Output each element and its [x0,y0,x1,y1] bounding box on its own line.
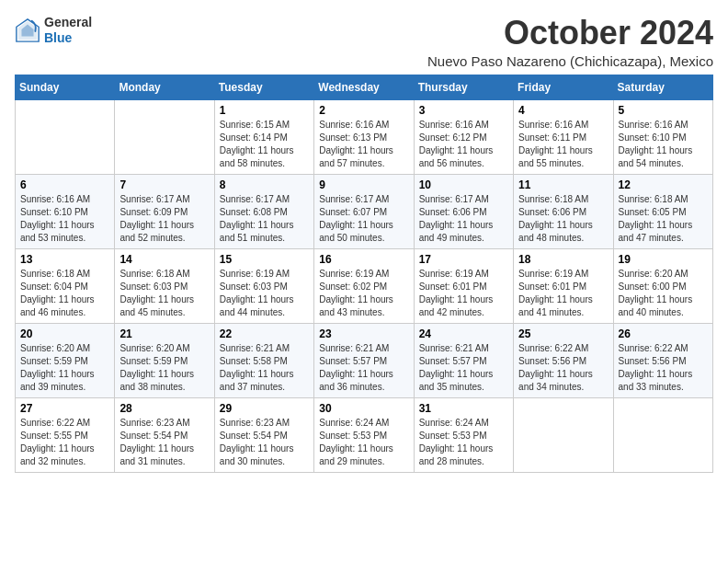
title-area: October 2024 Nuevo Paso Nazareno (Chichi… [427,15,713,69]
table-row: 9Sunrise: 6:17 AM Sunset: 6:07 PM Daylig… [314,174,414,248]
day-info: Sunrise: 6:16 AM Sunset: 6:10 PM Dayligh… [20,193,109,245]
table-row: 27Sunrise: 6:22 AM Sunset: 5:55 PM Dayli… [16,397,115,472]
page-header: General Blue October 2024 Nuevo Paso Naz… [15,15,713,69]
day-info: Sunrise: 6:17 AM Sunset: 6:07 PM Dayligh… [319,193,408,245]
col-tuesday: Tuesday [214,75,313,99]
table-row: 17Sunrise: 6:19 AM Sunset: 6:01 PM Dayli… [414,248,513,323]
day-number: 15 [220,253,309,266]
day-info: Sunrise: 6:19 AM Sunset: 6:02 PM Dayligh… [319,268,408,319]
day-info: Sunrise: 6:23 AM Sunset: 5:54 PM Dayligh… [119,417,209,468]
day-number: 28 [119,402,209,415]
logo: General Blue [15,15,92,46]
day-number: 14 [119,253,209,266]
month-title: October 2024 [427,15,713,52]
col-sunday: Sunday [16,75,115,99]
calendar-header-row: Sunday Monday Tuesday Wednesday Thursday… [16,75,713,99]
calendar-week-row: 6Sunrise: 6:16 AM Sunset: 6:10 PM Daylig… [16,174,713,248]
day-info: Sunrise: 6:20 AM Sunset: 5:59 PM Dayligh… [20,342,109,394]
table-row: 22Sunrise: 6:21 AM Sunset: 5:58 PM Dayli… [214,323,313,397]
location-title: Nuevo Paso Nazareno (Chichicazapa), Mexi… [427,53,713,69]
day-info: Sunrise: 6:21 AM Sunset: 5:57 PM Dayligh… [419,342,508,394]
table-row [613,397,712,472]
col-saturday: Saturday [613,75,712,99]
table-row: 2Sunrise: 6:16 AM Sunset: 6:13 PM Daylig… [314,99,414,174]
day-info: Sunrise: 6:24 AM Sunset: 5:53 PM Dayligh… [319,417,408,468]
day-info: Sunrise: 6:17 AM Sunset: 6:08 PM Dayligh… [220,193,309,245]
day-info: Sunrise: 6:16 AM Sunset: 6:10 PM Dayligh… [619,119,708,170]
day-number: 12 [619,178,708,191]
table-row: 7Sunrise: 6:17 AM Sunset: 6:09 PM Daylig… [115,174,214,248]
table-row [16,99,115,174]
table-row: 13Sunrise: 6:18 AM Sunset: 6:04 PM Dayli… [16,248,115,323]
table-row: 28Sunrise: 6:23 AM Sunset: 5:54 PM Dayli… [115,397,214,472]
day-number: 24 [419,327,508,340]
table-row: 14Sunrise: 6:18 AM Sunset: 6:03 PM Dayli… [115,248,214,323]
day-number: 21 [119,327,209,340]
table-row: 20Sunrise: 6:20 AM Sunset: 5:59 PM Dayli… [16,323,115,397]
day-info: Sunrise: 6:22 AM Sunset: 5:56 PM Dayligh… [619,342,708,394]
day-info: Sunrise: 6:21 AM Sunset: 5:57 PM Dayligh… [319,342,408,394]
day-info: Sunrise: 6:16 AM Sunset: 6:12 PM Dayligh… [419,119,508,170]
day-number: 7 [119,178,209,191]
day-number: 30 [319,402,408,415]
calendar-week-row: 13Sunrise: 6:18 AM Sunset: 6:04 PM Dayli… [16,248,713,323]
table-row: 23Sunrise: 6:21 AM Sunset: 5:57 PM Dayli… [314,323,414,397]
calendar-week-row: 20Sunrise: 6:20 AM Sunset: 5:59 PM Dayli… [16,323,713,397]
day-info: Sunrise: 6:21 AM Sunset: 5:58 PM Dayligh… [220,342,309,394]
table-row: 8Sunrise: 6:17 AM Sunset: 6:08 PM Daylig… [214,174,313,248]
day-info: Sunrise: 6:19 AM Sunset: 6:01 PM Dayligh… [419,268,508,319]
day-number: 1 [220,104,309,117]
day-info: Sunrise: 6:18 AM Sunset: 6:04 PM Dayligh… [20,268,109,319]
day-number: 8 [220,178,309,191]
table-row: 11Sunrise: 6:18 AM Sunset: 6:06 PM Dayli… [514,174,613,248]
day-number: 23 [319,327,408,340]
day-number: 4 [518,104,608,117]
calendar-week-row: 27Sunrise: 6:22 AM Sunset: 5:55 PM Dayli… [16,397,713,472]
day-number: 10 [419,178,508,191]
day-number: 27 [20,402,109,415]
day-info: Sunrise: 6:15 AM Sunset: 6:14 PM Dayligh… [220,119,309,170]
col-monday: Monday [115,75,214,99]
table-row: 4Sunrise: 6:16 AM Sunset: 6:11 PM Daylig… [514,99,613,174]
table-row: 5Sunrise: 6:16 AM Sunset: 6:10 PM Daylig… [613,99,712,174]
table-row: 31Sunrise: 6:24 AM Sunset: 5:53 PM Dayli… [414,397,513,472]
day-info: Sunrise: 6:16 AM Sunset: 6:11 PM Dayligh… [518,119,608,170]
day-number: 22 [220,327,309,340]
day-number: 13 [20,253,109,266]
table-row: 19Sunrise: 6:20 AM Sunset: 6:00 PM Dayli… [613,248,712,323]
day-info: Sunrise: 6:18 AM Sunset: 6:05 PM Dayligh… [619,193,708,245]
day-info: Sunrise: 6:22 AM Sunset: 5:56 PM Dayligh… [518,342,608,394]
col-wednesday: Wednesday [314,75,414,99]
table-row: 29Sunrise: 6:23 AM Sunset: 5:54 PM Dayli… [214,397,313,472]
day-number: 19 [619,253,708,266]
col-friday: Friday [514,75,613,99]
day-number: 26 [619,327,708,340]
table-row [514,397,613,472]
day-number: 2 [319,104,408,117]
day-number: 20 [20,327,109,340]
calendar-week-row: 1Sunrise: 6:15 AM Sunset: 6:14 PM Daylig… [16,99,713,174]
logo-text: General Blue [44,15,92,46]
day-number: 25 [518,327,608,340]
table-row: 10Sunrise: 6:17 AM Sunset: 6:06 PM Dayli… [414,174,513,248]
day-number: 9 [319,178,408,191]
day-info: Sunrise: 6:19 AM Sunset: 6:03 PM Dayligh… [220,268,309,319]
day-info: Sunrise: 6:20 AM Sunset: 5:59 PM Dayligh… [119,342,209,394]
day-info: Sunrise: 6:18 AM Sunset: 6:06 PM Dayligh… [518,193,608,245]
day-number: 11 [518,178,608,191]
day-number: 6 [20,178,109,191]
table-row: 18Sunrise: 6:19 AM Sunset: 6:01 PM Dayli… [514,248,613,323]
table-row: 26Sunrise: 6:22 AM Sunset: 5:56 PM Dayli… [613,323,712,397]
day-info: Sunrise: 6:18 AM Sunset: 6:03 PM Dayligh… [119,268,209,319]
day-info: Sunrise: 6:16 AM Sunset: 6:13 PM Dayligh… [319,119,408,170]
table-row [115,99,214,174]
day-info: Sunrise: 6:24 AM Sunset: 5:53 PM Dayligh… [419,417,508,468]
table-row: 6Sunrise: 6:16 AM Sunset: 6:10 PM Daylig… [16,174,115,248]
table-row: 16Sunrise: 6:19 AM Sunset: 6:02 PM Dayli… [314,248,414,323]
table-row: 24Sunrise: 6:21 AM Sunset: 5:57 PM Dayli… [414,323,513,397]
day-number: 17 [419,253,508,266]
day-number: 3 [419,104,508,117]
day-info: Sunrise: 6:20 AM Sunset: 6:00 PM Dayligh… [619,268,708,319]
day-number: 5 [619,104,708,117]
day-info: Sunrise: 6:19 AM Sunset: 6:01 PM Dayligh… [518,268,608,319]
